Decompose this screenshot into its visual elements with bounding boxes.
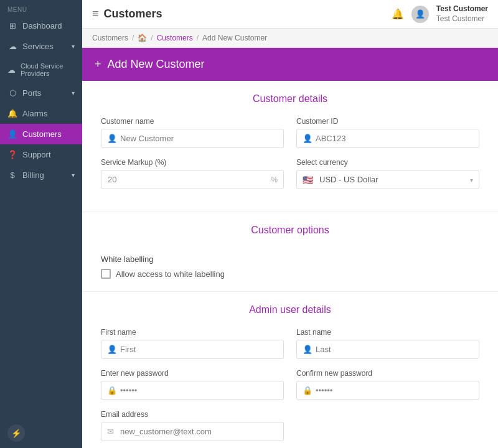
sidebar-item-label: Cloud Service Providers	[21, 62, 75, 77]
customer-name-label: Customer name	[101, 117, 284, 126]
separator: /	[197, 34, 199, 42]
content-area: + Add New Customer Customer details Cust…	[82, 48, 498, 448]
sidebar-item-support[interactable]: ❓ Support	[0, 144, 82, 165]
billing-icon: $	[7, 170, 17, 180]
page-header: + Add New Customer	[82, 48, 498, 81]
cloud-icon: ☁	[7, 65, 16, 75]
chevron-down-icon: ▾	[72, 172, 75, 179]
topbar-left: ≡ Customers	[92, 7, 162, 21]
topbar: ≡ Customers 🔔 👤 Test Customer Test Custo…	[82, 0, 498, 29]
chevron-down-icon: ▾	[72, 90, 75, 96]
customer-name-input[interactable]	[101, 129, 284, 148]
chevron-down-icon: ▾	[72, 43, 75, 50]
sidebar-item-ports[interactable]: ⬡ Ports ▾	[0, 83, 82, 103]
last-name-label: Last name	[296, 328, 479, 337]
white-label-group: White labelling Allow access to white la…	[101, 254, 479, 279]
sidebar-item-cloud-service-providers[interactable]: ☁ Cloud Service Providers	[0, 57, 82, 83]
bell-icon[interactable]: 🔔	[392, 8, 404, 20]
email-label: Email address	[101, 410, 284, 419]
currency-label: Select currency	[296, 158, 479, 167]
topbar-right: 🔔 👤 Test Customer Test Customer	[392, 4, 488, 24]
first-name-input[interactable]	[101, 340, 284, 359]
password-input-wrapper: 🔒	[101, 381, 284, 400]
customer-details-section: Customer name 👤 Customer ID 👤	[82, 111, 498, 212]
password-label: Enter new password	[101, 369, 284, 378]
flag-icon: 🇺🇸	[303, 175, 313, 185]
customers-icon: 👤	[7, 129, 17, 139]
sidebar-item-billing[interactable]: $ Billing ▾	[0, 165, 82, 185]
last-name-input[interactable]	[296, 340, 479, 359]
first-name-label: First name	[101, 328, 284, 337]
password-group: Enter new password 🔒	[101, 369, 284, 400]
currency-group: Select currency 🇺🇸 USD - US Dollar EUR -…	[296, 158, 479, 189]
sidebar-item-services[interactable]: ☁ Services ▾	[0, 36, 82, 57]
sidebar-collapse-button[interactable]: ⚡	[7, 424, 25, 442]
customer-id-input[interactable]	[296, 129, 479, 148]
sidebar: MENU ⊞ Dashboard ☁ Services ▾ ☁ Cloud Se…	[0, 0, 82, 448]
sidebar-menu-label: MENU	[0, 0, 82, 16]
avatar: 👤	[411, 6, 429, 23]
email-row: Email address ✉	[101, 410, 479, 441]
markup-currency-row: Service Markup (%) % Select currency 🇺🇸	[101, 158, 479, 189]
email-icon: ✉	[107, 427, 114, 436]
main-area: ≡ Customers 🔔 👤 Test Customer Test Custo…	[82, 0, 498, 448]
white-label-checkbox-label: Allow access to white labelling	[116, 269, 225, 279]
customer-options-section: White labelling Allow access to white la…	[82, 242, 498, 292]
separator: /	[132, 34, 134, 42]
customer-details-header: Customer details	[82, 81, 498, 111]
lock-confirm-icon: 🔒	[303, 386, 312, 395]
separator: /	[151, 34, 153, 42]
first-name-icon: 👤	[107, 345, 117, 354]
customer-id-label: Customer ID	[296, 117, 479, 126]
currency-select-wrapper: 🇺🇸 USD - US Dollar EUR - Euro GBP - Brit…	[296, 170, 479, 189]
sidebar-item-label: Billing	[22, 170, 44, 180]
name-row: First name 👤 Last name 👤	[101, 328, 479, 359]
ports-icon: ⬡	[7, 88, 17, 98]
support-icon: ❓	[7, 150, 17, 159]
admin-user-section: First name 👤 Last name 👤	[82, 322, 498, 448]
topbar-user-info: Test Customer Test Customer	[436, 4, 488, 24]
confirm-password-input-wrapper: 🔒	[296, 381, 479, 400]
first-name-input-wrapper: 👤	[101, 340, 284, 359]
home-icon[interactable]: 🏠	[138, 34, 147, 42]
sidebar-item-customers[interactable]: 👤 Customers	[0, 124, 82, 144]
user-name: Test Customer	[436, 4, 488, 14]
service-markup-input[interactable]	[101, 170, 284, 189]
confirm-password-group: Confirm new password 🔒	[296, 369, 479, 400]
topbar-title: Customers	[104, 7, 162, 21]
confirm-password-input[interactable]	[296, 381, 479, 400]
white-label-title: White labelling	[101, 254, 479, 264]
page-title: Add New Customer	[108, 58, 205, 71]
breadcrumb: Customers / 🏠 / Customers / Add New Cust…	[82, 29, 498, 48]
sidebar-item-label: Dashboard	[22, 21, 62, 30]
sidebar-item-label: Customers	[22, 129, 62, 139]
service-markup-group: Service Markup (%) %	[101, 158, 284, 189]
dashboard-icon: ⊞	[7, 21, 17, 30]
sidebar-item-label: Support	[22, 150, 51, 159]
first-name-group: First name 👤	[101, 328, 284, 359]
breadcrumb-customers-link[interactable]: Customers	[157, 34, 193, 42]
sidebar-item-dashboard[interactable]: ⊞ Dashboard	[0, 16, 82, 36]
password-input[interactable]	[101, 381, 284, 400]
percent-icon: %	[271, 175, 278, 184]
white-label-checkbox[interactable]	[101, 269, 111, 279]
service-markup-input-wrapper: %	[101, 170, 284, 189]
hamburger-icon[interactable]: ≡	[92, 7, 99, 21]
confirm-password-label: Confirm new password	[296, 369, 479, 378]
customer-id-icon: 👤	[303, 134, 312, 143]
last-name-icon: 👤	[303, 345, 312, 354]
white-label-checkbox-row[interactable]: Allow access to white labelling	[101, 269, 479, 279]
sidebar-item-label: Alarms	[22, 109, 47, 118]
admin-user-header: Admin user details	[82, 292, 498, 322]
last-name-input-wrapper: 👤	[296, 340, 479, 359]
service-markup-label: Service Markup (%)	[101, 158, 284, 167]
sidebar-item-alarms[interactable]: 🔔 Alarms	[0, 103, 82, 124]
breadcrumb-root: Customers	[92, 34, 128, 42]
currency-select[interactable]: USD - US Dollar EUR - Euro GBP - British…	[296, 170, 479, 189]
password-row: Enter new password 🔒 Confirm new passwor…	[101, 369, 479, 400]
email-input[interactable]	[101, 422, 284, 441]
customer-options-header: Customer options	[82, 212, 498, 242]
sidebar-item-label: Ports	[22, 88, 41, 98]
collapse-icon: ⚡	[11, 429, 22, 438]
lock-icon: 🔒	[107, 386, 117, 395]
